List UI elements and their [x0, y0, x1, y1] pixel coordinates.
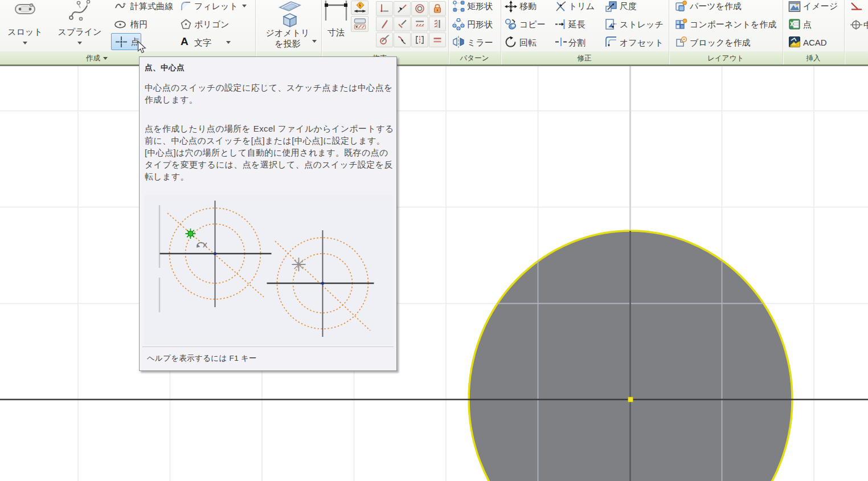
acad-label[interactable]: ACAD: [803, 38, 827, 48]
mirror-icon[interactable]: [452, 36, 465, 50]
circular-pattern-label[interactable]: 円形状: [467, 19, 493, 30]
project-geometry-label-line2[interactable]: を投影: [275, 39, 300, 49]
panel-label-layout[interactable]: レイアウト: [707, 53, 744, 63]
constraint-equal-button[interactable]: [429, 32, 446, 47]
tooltip-paragraph2-line5: 転します。: [145, 170, 189, 182]
ribbon-bottom-border: [0, 64, 868, 66]
copy-label[interactable]: コピー: [519, 19, 546, 30]
circular-pattern-icon[interactable]: [452, 18, 465, 32]
split-icon[interactable]: [555, 36, 567, 50]
rectangular-pattern-icon[interactable]: [452, 1, 465, 14]
extend-label[interactable]: 延長: [568, 19, 586, 30]
tooltip-paragraph1-line1: 中心点のスイッチの設定に応じて、スケッチ点または中心点を: [145, 81, 393, 93]
auto-dimension-button[interactable]: [351, 1, 369, 15]
fillet-label[interactable]: フィレット: [194, 1, 238, 11]
rotate-label[interactable]: 回転: [519, 38, 537, 48]
stretch-label[interactable]: ストレッチ: [620, 19, 664, 30]
constraint-vertical-button[interactable]: [429, 17, 446, 31]
illustration-green-point: [186, 229, 196, 239]
image-label[interactable]: イメージ: [803, 1, 838, 11]
dimension-icon[interactable]: [323, 1, 349, 23]
constraint-smooth-button[interactable]: [394, 32, 411, 47]
slot-button-label[interactable]: スロット: [7, 27, 42, 37]
tooltip-point-centerpoint: 点、中心点 中心点のスイッチの設定に応じて、スケッチ点または中心点を 作成します…: [139, 56, 397, 371]
mirror-label[interactable]: ミラー: [467, 38, 493, 48]
ellipse-icon[interactable]: [114, 20, 128, 31]
tooltip-title: 点、中心点: [145, 63, 185, 73]
equation-curve-icon[interactable]: [114, 1, 128, 13]
stretch-icon[interactable]: [605, 18, 617, 32]
equation-curve-label[interactable]: 計算式曲線: [130, 1, 173, 11]
offset-icon[interactable]: [605, 36, 617, 50]
panel-label-pattern[interactable]: パターン: [460, 53, 489, 63]
construction-icon[interactable]: [850, 2, 863, 14]
trim-icon[interactable]: [555, 1, 567, 15]
application-window: 作成 拘束 パターン 修正 レイアウト 挿入 スロット: [0, 0, 868, 481]
dimension-button-label[interactable]: 寸法: [327, 27, 345, 38]
rectangular-pattern-label[interactable]: 矩形状: [467, 1, 493, 11]
import-points-icon[interactable]: [788, 18, 801, 32]
text-dropdown-icon[interactable]: [226, 41, 231, 44]
copy-icon[interactable]: [505, 18, 517, 32]
text-label[interactable]: 文字: [194, 38, 211, 48]
scale-icon[interactable]: [605, 1, 617, 15]
offset-label[interactable]: オフセット: [620, 38, 664, 48]
spline-dropdown-icon[interactable]: [77, 42, 82, 44]
ellipse-label[interactable]: 楕円: [130, 19, 148, 30]
polygon-label[interactable]: ポリゴン: [194, 19, 229, 30]
tooltip-separator: [142, 347, 394, 347]
move-icon[interactable]: [505, 1, 517, 15]
project-geometry-dropdown-icon[interactable]: [312, 40, 317, 43]
constraint-tangent-button[interactable]: [376, 32, 393, 47]
constraint-parallel-button[interactable]: [376, 17, 393, 31]
tooltip-paragraph2-line3: [中心点]は穴の場所として自動的に使用されます。既存の点の: [145, 146, 388, 158]
make-part-icon[interactable]: [675, 1, 687, 15]
scale-label[interactable]: 尺度: [620, 1, 637, 11]
constraint-lock-button[interactable]: [429, 1, 446, 16]
constraint-symmetric-button[interactable]: [411, 32, 428, 47]
tooltip-footer-hint: ヘルプを表示するには F1 キー: [147, 353, 257, 364]
parameters-button[interactable]: [351, 16, 369, 32]
constraint-horizontal-button[interactable]: [411, 17, 428, 31]
constraint-concentric-button[interactable]: [411, 1, 428, 16]
create-block-icon[interactable]: [675, 36, 687, 50]
fillet-icon[interactable]: [181, 1, 191, 13]
project-geometry-label-line1[interactable]: ジオメトリ: [266, 28, 310, 38]
panel-label-create[interactable]: 作成: [86, 53, 108, 63]
panel-label-insert[interactable]: 挿入: [806, 53, 821, 63]
image-icon[interactable]: [788, 1, 801, 15]
constraint-coincident-button[interactable]: [394, 1, 411, 16]
spline-button-label[interactable]: スプライン: [58, 27, 102, 37]
sketch-canvas[interactable]: [0, 0, 868, 481]
make-components-label[interactable]: コンポーネントを作成: [690, 19, 776, 30]
split-label[interactable]: 分割: [568, 38, 586, 48]
circle-center-point[interactable]: [628, 397, 633, 402]
panel-divider: [501, 0, 501, 64]
extend-icon[interactable]: [555, 18, 567, 32]
project-geometry-icon[interactable]: [274, 1, 301, 31]
slot-icon[interactable]: [14, 3, 36, 18]
centerline-icon[interactable]: [850, 19, 863, 32]
make-components-icon[interactable]: [675, 18, 687, 32]
polygon-icon[interactable]: [181, 19, 191, 32]
panel-label-modify[interactable]: 修正: [578, 53, 592, 63]
constraint-collinear-button[interactable]: [394, 17, 411, 31]
make-part-label[interactable]: パーツを作成: [690, 1, 742, 11]
slot-dropdown-icon[interactable]: [23, 42, 27, 44]
trim-label[interactable]: トリム: [568, 1, 595, 11]
panel-divider: [844, 0, 845, 64]
point-icon: [115, 36, 128, 50]
fillet-dropdown-icon[interactable]: [242, 5, 247, 7]
create-block-label[interactable]: ブロックを作成: [690, 38, 751, 48]
spline-icon[interactable]: [67, 0, 93, 24]
text-icon[interactable]: A: [181, 36, 189, 47]
acad-icon[interactable]: [788, 36, 801, 50]
move-label[interactable]: 移動: [519, 1, 537, 11]
ribbon: 作成 拘束 パターン 修正 レイアウト 挿入 スロット: [0, 0, 868, 66]
panel-divider: [321, 0, 322, 64]
constraint-perpendicular-button[interactable]: [376, 1, 393, 16]
centerline-partial-label[interactable]: 中: [863, 20, 868, 30]
import-points-label[interactable]: 点: [803, 19, 812, 30]
panel-divider: [783, 0, 783, 64]
rotate-icon[interactable]: [505, 36, 517, 50]
